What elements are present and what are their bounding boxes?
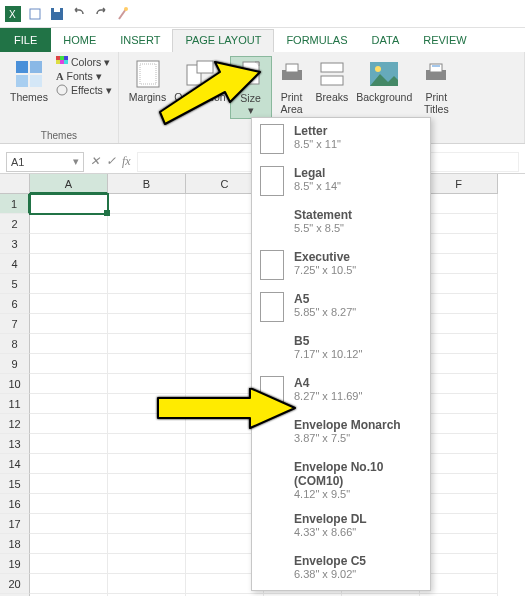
row-header[interactable]: 10 [0, 374, 30, 394]
size-option[interactable]: Statement5.5" x 8.5" [252, 202, 430, 244]
column-header[interactable]: A [30, 174, 108, 194]
cell[interactable] [108, 414, 186, 434]
cell[interactable] [108, 494, 186, 514]
row-header[interactable]: 17 [0, 514, 30, 534]
cell[interactable] [420, 354, 498, 374]
orientation-button[interactable]: Orientation [170, 56, 229, 106]
row-header[interactable]: 16 [0, 494, 30, 514]
row-header[interactable]: 1 [0, 194, 30, 214]
row-header[interactable]: 14 [0, 454, 30, 474]
size-option[interactable]: Envelope Monarch3.87" x 7.5" [252, 412, 430, 454]
tab-home[interactable]: HOME [51, 30, 108, 52]
cell[interactable] [420, 314, 498, 334]
tab-insert[interactable]: INSERT [108, 30, 172, 52]
cell[interactable] [30, 494, 108, 514]
enter-icon[interactable]: ✓ [106, 154, 116, 169]
cell[interactable] [30, 234, 108, 254]
cell[interactable] [108, 534, 186, 554]
cell[interactable] [420, 334, 498, 354]
size-option[interactable]: Envelope DL4.33" x 8.66" [252, 506, 430, 548]
row-header[interactable]: 18 [0, 534, 30, 554]
print-area-button[interactable]: Print Area [272, 56, 312, 117]
redo-icon[interactable] [92, 5, 110, 23]
cell[interactable] [30, 574, 108, 594]
size-option[interactable]: B57.17" x 10.12" [252, 328, 430, 370]
cell[interactable] [108, 354, 186, 374]
cell[interactable] [30, 294, 108, 314]
tab-file[interactable]: FILE [0, 28, 51, 52]
cell[interactable] [108, 314, 186, 334]
cell[interactable] [30, 254, 108, 274]
column-header[interactable]: F [420, 174, 498, 194]
cell[interactable] [30, 214, 108, 234]
cell[interactable] [108, 194, 186, 214]
cell[interactable] [420, 294, 498, 314]
size-option[interactable]: Envelope No.10 (COM10)4.12" x 9.5" [252, 454, 430, 506]
size-option[interactable]: Legal8.5" x 14" [252, 160, 430, 202]
cell[interactable] [420, 474, 498, 494]
cell[interactable] [420, 534, 498, 554]
cell[interactable] [30, 374, 108, 394]
cell[interactable] [420, 434, 498, 454]
cell[interactable] [420, 254, 498, 274]
select-all-corner[interactable] [0, 174, 30, 194]
row-header[interactable]: 7 [0, 314, 30, 334]
cell[interactable] [30, 534, 108, 554]
row-header[interactable]: 2 [0, 214, 30, 234]
colors-button[interactable]: Colors▾ [56, 56, 112, 68]
cell[interactable] [30, 554, 108, 574]
themes-button[interactable]: Themes [6, 56, 52, 106]
cell[interactable] [420, 514, 498, 534]
cell[interactable] [30, 274, 108, 294]
cell[interactable] [30, 474, 108, 494]
cell[interactable] [420, 554, 498, 574]
cell[interactable] [420, 394, 498, 414]
cell[interactable] [420, 374, 498, 394]
cell[interactable] [30, 354, 108, 374]
cell[interactable] [108, 514, 186, 534]
cancel-icon[interactable]: ✕ [90, 154, 100, 169]
tab-page-layout[interactable]: PAGE LAYOUT [172, 29, 274, 52]
undo-icon[interactable] [70, 5, 88, 23]
effects-button[interactable]: Effects▾ [56, 84, 112, 96]
cell[interactable] [420, 414, 498, 434]
cell[interactable] [30, 334, 108, 354]
row-header[interactable]: 13 [0, 434, 30, 454]
name-box[interactable]: A1▾ [6, 152, 84, 172]
fx-icon[interactable]: fx [122, 154, 131, 169]
cell[interactable] [420, 494, 498, 514]
cell[interactable] [108, 454, 186, 474]
column-header[interactable]: B [108, 174, 186, 194]
row-header[interactable]: 6 [0, 294, 30, 314]
cell[interactable] [420, 454, 498, 474]
cell[interactable] [108, 374, 186, 394]
cell[interactable] [420, 574, 498, 594]
cell[interactable] [30, 314, 108, 334]
cell[interactable] [30, 514, 108, 534]
cell[interactable] [420, 234, 498, 254]
cell[interactable] [108, 254, 186, 274]
background-button[interactable]: Background [352, 56, 416, 106]
cell[interactable] [30, 394, 108, 414]
cell[interactable] [108, 434, 186, 454]
row-header[interactable]: 9 [0, 354, 30, 374]
size-button[interactable]: Size▾ [230, 56, 272, 119]
size-option[interactable]: Executive7.25" x 10.5" [252, 244, 430, 286]
cell[interactable] [108, 394, 186, 414]
breaks-button[interactable]: Breaks [312, 56, 353, 106]
size-option[interactable]: A55.85" x 8.27" [252, 286, 430, 328]
row-header[interactable]: 20 [0, 574, 30, 594]
size-option[interactable]: Envelope C56.38" x 9.02" [252, 548, 430, 590]
tab-formulas[interactable]: FORMULAS [274, 30, 359, 52]
row-header[interactable]: 11 [0, 394, 30, 414]
size-option[interactable]: A48.27" x 11.69" [252, 370, 430, 412]
print-titles-button[interactable]: Print Titles [416, 56, 456, 117]
row-header[interactable]: 3 [0, 234, 30, 254]
save-icon[interactable] [48, 5, 66, 23]
row-header[interactable]: 4 [0, 254, 30, 274]
cell[interactable] [30, 434, 108, 454]
margins-button[interactable]: Margins [125, 56, 170, 106]
cell[interactable] [108, 214, 186, 234]
tab-review[interactable]: REVIEW [411, 30, 478, 52]
cell[interactable] [108, 474, 186, 494]
